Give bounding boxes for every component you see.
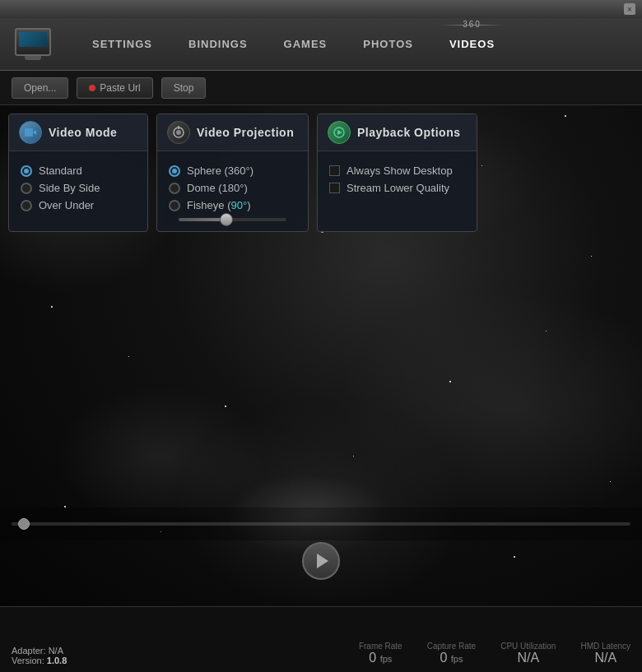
monitor-icon [15,28,51,56]
controls-bar [0,540,642,582]
seek-thumb[interactable] [18,518,30,530]
metric-capture-rate-value: 0 fps [440,651,463,665]
play-icon [317,554,328,568]
paste-url-button[interactable]: Paste Url [77,77,152,99]
radio-label-side-by-side: Side By Side [39,182,100,194]
radio-dome[interactable]: Dome (180°) [169,182,296,194]
arc-line [440,25,505,25]
radio-side-by-side[interactable]: Side By Side [21,182,136,194]
status-left: Adapter: N/A Version: 1.0.8 [12,646,359,665]
nav-videos[interactable]: VIDEOS [431,31,513,57]
radio-dot-standard [21,165,32,177]
video-projection-body: Sphere (360°) Dome (180°) Fisheye (90°) [157,151,308,231]
radio-label-dome: Dome (180°) [187,182,248,194]
capture-rate-number: 0 [440,651,447,665]
nav-games[interactable]: GAMES [266,31,346,57]
playback-options-panel: Playback Options Always Show Desktop Str… [317,114,477,232]
metric-capture-rate-label: Capture Rate [427,642,476,651]
star [591,256,592,257]
metric-hmd: HMD Latency N/A [580,642,630,665]
svg-point-3 [176,130,181,135]
close-button[interactable]: × [624,3,635,15]
play-button[interactable] [302,542,340,580]
radio-label-sphere: Sphere (360°) [187,165,254,177]
playback-options-body: Always Show Desktop Stream Lower Quality [318,151,477,209]
nav-bar: SETTINGS BINDINGS GAMES PHOTOS 360 VIDEO… [0,18,642,71]
star [128,356,129,357]
seek-track[interactable] [12,522,630,526]
svg-marker-1 [33,130,36,135]
paste-label: Paste Url [100,82,140,94]
svg-marker-6 [337,130,342,135]
fisheye-slider-container [169,218,296,221]
status-metrics: Frame Rate 0 fps Capture Rate 0 fps CPU … [359,642,630,665]
radio-dot-sphere [169,165,180,177]
radio-dot-fisheye [169,200,180,211]
nav-bindings[interactable]: BINDINGS [170,31,266,57]
metric-frame-rate-value: 0 fps [369,651,392,665]
checkbox-stream-lower[interactable]: Stream Lower Quality [329,182,465,194]
monitor-stand [25,56,41,60]
checkbox-box-stream [329,183,340,193]
metric-frame-rate-label: Frame Rate [359,642,402,651]
radio-sphere[interactable]: Sphere (360°) [169,165,296,177]
metric-capture-rate: Capture Rate 0 fps [427,642,476,665]
checkbox-box-show [329,165,340,176]
star [610,481,611,482]
panels-container: Video Mode Standard Side By Side Over Un… [8,114,477,232]
checkbox-label-stream: Stream Lower Quality [347,182,449,194]
checkbox-label-show: Always Show Desktop [347,165,453,177]
video-projection-title: Video Projection [197,126,294,139]
nav-settings[interactable]: SETTINGS [74,31,170,57]
metric-hmd-value: N/A [594,651,616,665]
radio-label-standard: Standard [39,165,82,177]
radio-standard[interactable]: Standard [21,165,136,177]
checkbox-always-show[interactable]: Always Show Desktop [329,165,465,177]
adapter-label: Adapter: [12,646,46,656]
frame-rate-number: 0 [369,651,376,665]
metric-cpu-value: N/A [517,651,539,665]
frame-rate-unit: fps [380,654,393,664]
slider-fill [179,218,221,221]
video-projection-icon [167,121,190,144]
radio-fisheye[interactable]: Fisheye (90°) [169,199,296,211]
monitor-screen [19,32,47,47]
radio-dot-over-under [21,200,32,211]
video-mode-title: Video Mode [49,126,117,139]
radio-dot-side-by-side [21,183,32,194]
video-projection-header: Video Projection [157,114,308,151]
playback-options-icon [328,121,351,144]
version-status: Version: 1.0.8 [12,656,359,665]
radio-over-under[interactable]: Over Under [21,199,136,211]
version-label: Version: [12,656,44,665]
star [449,381,451,382]
version-value: 1.0.8 [47,656,67,665]
video-mode-panel: Video Mode Standard Side By Side Over Un… [8,114,148,232]
metric-hmd-label: HMD Latency [580,642,630,651]
video-mode-icon [19,121,42,144]
app-logo [8,23,58,66]
stop-button[interactable]: Stop [161,77,207,99]
fisheye-slider-track[interactable] [179,218,286,221]
record-dot-icon [89,85,95,91]
radio-label-over-under: Over Under [39,199,94,211]
main-area: Video Mode Standard Side By Side Over Un… [0,105,642,606]
playback-options-header: Playback Options [318,114,477,151]
fisheye-angle: 90° [230,199,247,211]
nav-items: SETTINGS BINDINGS GAMES PHOTOS 360 VIDEO… [74,31,634,57]
status-bar: Adapter: N/A Version: 1.0.8 Frame Rate 0… [0,606,642,672]
metric-frame-rate: Frame Rate 0 fps [359,642,402,665]
title-bar: × [0,0,642,18]
nav-photos[interactable]: PHOTOS [345,31,431,57]
video-projection-panel: Video Projection Sphere (360°) Dome (180… [156,114,309,232]
capture-rate-unit: fps [451,654,463,664]
slider-thumb[interactable] [220,213,233,226]
open-button[interactable]: Open... [12,77,68,99]
playback-options-title: Playback Options [357,126,460,139]
video-mode-header: Video Mode [9,114,147,151]
toolbar: Open... Paste Url Stop [0,71,642,105]
radio-label-fisheye: Fisheye (90°) [187,199,250,211]
status-info: Adapter: N/A Version: 1.0.8 Frame Rate 0… [0,642,642,672]
radio-dot-dome [169,183,180,194]
video-mode-body: Standard Side By Side Over Under [9,151,147,226]
